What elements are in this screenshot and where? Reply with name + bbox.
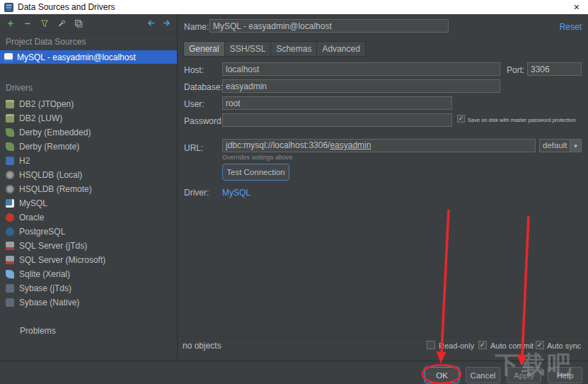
back-arrow-icon[interactable] <box>146 18 156 28</box>
drivers-header: Drivers <box>6 83 33 93</box>
url-label: URL: <box>184 143 203 153</box>
oracle-icon <box>6 213 14 222</box>
close-icon[interactable]: × <box>570 0 584 14</box>
remove-icon[interactable]: − <box>23 18 33 28</box>
annotation-arrow-apply-line <box>522 216 529 356</box>
auto-commit-label: Auto commit <box>490 341 534 350</box>
apply-button[interactable]: Apply <box>507 367 541 383</box>
sybase-icon <box>6 284 14 293</box>
list-item[interactable]: Derby (Remote) <box>0 140 176 154</box>
mysql-datasource-icon <box>4 53 13 62</box>
url-prefix: jdbc:mysql://localhost:3306/ <box>226 140 330 150</box>
sybase-icon <box>6 298 14 307</box>
annotation-arrow-ok-line <box>442 210 449 354</box>
sqlite-icon <box>6 270 14 278</box>
list-item[interactable]: DB2 (JTOpen) <box>0 97 176 111</box>
reset-link[interactable]: Reset <box>560 22 582 32</box>
read-only-checkbox[interactable] <box>427 341 435 349</box>
url-preset-dropdown[interactable]: default ▾ <box>539 139 582 152</box>
read-only-label: Read-only <box>439 341 474 350</box>
dialog-icon <box>4 3 13 12</box>
list-item[interactable]: Oracle <box>0 210 176 225</box>
sqlserver-icon <box>6 256 14 264</box>
list-item[interactable]: DB2 (LUW) <box>0 111 176 125</box>
driver-label: Driver: <box>184 188 209 198</box>
host-label: Host: <box>184 65 204 75</box>
list-item[interactable]: Derby (Embedded) <box>0 125 176 140</box>
password-input[interactable] <box>222 113 452 127</box>
list-item[interactable]: HSQLDB (Remote) <box>0 182 176 196</box>
toolbar-nav <box>146 18 171 28</box>
list-item[interactable]: Sqlite (Xerial) <box>0 267 176 281</box>
wrench-icon[interactable] <box>57 18 67 28</box>
list-item[interactable]: SQL Server (Microsoft) <box>0 253 176 267</box>
port-label: Port: <box>507 65 524 75</box>
db2-icon <box>6 114 14 123</box>
tab-general[interactable]: General <box>183 41 224 57</box>
selected-data-source-label: MySQL - easyadmin@localhost <box>17 52 136 62</box>
derby-icon <box>6 142 14 151</box>
url-note: Overrides settings above <box>222 154 293 161</box>
tab-schemas[interactable]: Schemas <box>270 41 316 57</box>
hsqldb-icon <box>6 185 14 193</box>
driver-list: DB2 (JTOpen) DB2 (LUW) Derby (Embedded) … <box>0 97 176 310</box>
h2-icon <box>6 157 14 165</box>
cancel-button[interactable]: Cancel <box>466 367 500 383</box>
list-item[interactable]: Sybase (jTds) <box>0 281 176 295</box>
problems-item[interactable]: Problems <box>20 326 56 336</box>
toolbar: + − <box>0 14 177 33</box>
forward-arrow-icon[interactable] <box>161 18 171 28</box>
settings-tabs: General SSH/SSL Schemas Advanced <box>183 41 366 57</box>
name-label: Name: <box>184 22 209 32</box>
user-input[interactable] <box>222 96 452 110</box>
add-icon[interactable]: + <box>6 18 16 28</box>
database-input[interactable] <box>222 79 500 93</box>
tab-ssh-ssl[interactable]: SSH/SSL <box>224 41 271 57</box>
port-input[interactable] <box>527 62 582 76</box>
window-title: Data Sources and Drivers <box>18 2 115 12</box>
list-item[interactable]: PostgreSQL <box>0 225 176 239</box>
sqlserver-icon <box>6 242 14 250</box>
selected-data-source[interactable]: MySQL - easyadmin@localhost <box>0 50 177 64</box>
hsqldb-icon <box>6 171 14 179</box>
auto-commit-checkbox[interactable]: ✓ <box>478 341 487 349</box>
url-database-link[interactable]: easyadmin <box>330 140 371 150</box>
list-item[interactable]: H2 <box>0 154 176 168</box>
left-panel: + − Project Data Sources <box>0 14 178 361</box>
list-item[interactable]: Sybase (Native) <box>0 295 176 310</box>
no-objects-text: no objects <box>183 341 221 351</box>
chevron-down-icon: ▾ <box>570 140 581 152</box>
auto-sync-checkbox[interactable]: ✓ <box>536 341 544 349</box>
auto-sync-label: Auto sync <box>547 341 581 350</box>
url-preset-value: default <box>540 140 570 152</box>
password-label: Password: <box>184 116 224 126</box>
list-item[interactable]: MySQL <box>0 196 176 210</box>
test-connection-button[interactable]: Test Connection <box>222 164 289 181</box>
name-input[interactable] <box>209 19 449 33</box>
user-label: User: <box>184 99 204 109</box>
db2-icon <box>6 100 14 108</box>
host-input[interactable] <box>222 62 500 76</box>
url-input[interactable]: jdbc:mysql://localhost:3306/easyadmin <box>222 139 536 152</box>
titlebar: Data Sources and Drivers × <box>0 0 588 14</box>
help-button[interactable]: Help <box>548 367 582 383</box>
status-separator <box>178 337 588 337</box>
project-data-sources-header: Project Data Sources <box>6 37 86 47</box>
list-item[interactable]: HSQLDB (Local) <box>0 168 176 182</box>
save-password-label: Save on disk with master password protec… <box>468 117 576 123</box>
derby-icon <box>6 128 14 137</box>
tab-advanced[interactable]: Advanced <box>316 41 365 57</box>
postgresql-icon <box>6 227 14 236</box>
filter-icon[interactable] <box>40 18 50 28</box>
save-password-checkbox[interactable]: ✓ <box>457 115 465 123</box>
driver-link[interactable]: MySQL <box>222 188 250 198</box>
duplicate-icon[interactable] <box>74 18 83 28</box>
data-sources-dialog: Data Sources and Drivers × + − <box>0 0 588 384</box>
mysql-icon <box>6 199 14 208</box>
ok-button[interactable]: OK <box>425 367 459 383</box>
database-label: Database: <box>184 82 223 92</box>
list-item[interactable]: SQL Server (jTds) <box>0 239 176 253</box>
